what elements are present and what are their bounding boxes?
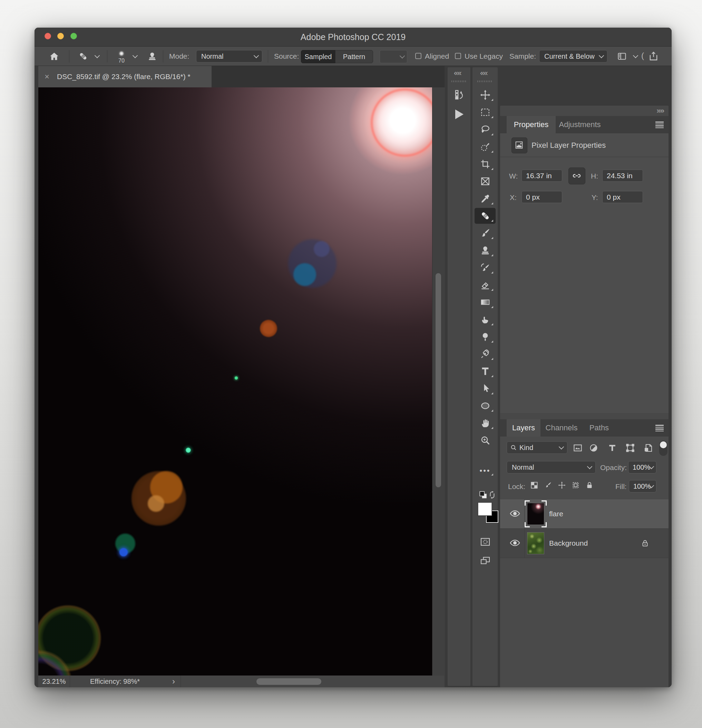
collapse-dock-left-icon[interactable]: «« [454,69,461,78]
close-tab-icon[interactable]: × [45,66,49,87]
quick-mask-mode-button[interactable] [479,536,491,547]
collapse-toolbar-icon[interactable]: «« [480,69,487,78]
edit-toolbar-ellipsis[interactable]: ••• [474,464,496,478]
quick-selection-tool[interactable] [474,139,496,155]
home-icon[interactable] [49,51,59,62]
blend-mode-select[interactable]: Normal [507,461,596,474]
hand-tool[interactable] [474,415,496,431]
properties-panel: Properties Adjustments Pixel Layer Prope… [500,116,669,413]
gradient-tool[interactable] [474,294,496,310]
opacity-field[interactable]: 100% [628,461,656,474]
filtering-toggle-switch[interactable] [659,441,667,456]
layer-row-background[interactable]: Background [500,529,669,558]
document-tab[interactable]: × DSC_8592.tif @ 23.2% (flare, RGB/16*) … [38,66,212,87]
link-dimensions-button[interactable] [568,168,585,185]
zoom-tool[interactable] [474,432,496,448]
history-brush-tool[interactable] [474,260,496,276]
filter-shape-layers-icon[interactable] [625,443,636,453]
lock-artboard-icon[interactable] [571,481,580,490]
move-tool[interactable] [474,87,496,103]
aligned-checkbox[interactable] [415,53,421,59]
foreground-color-swatch[interactable] [478,503,492,516]
tab-paths[interactable]: Paths [582,419,616,436]
lock-transparent-pixels-icon[interactable] [530,481,539,490]
efficiency-text: Efficiency: 98%* [70,676,160,687]
visibility-eye-icon[interactable] [509,509,520,518]
dock-grip[interactable] [451,81,467,82]
path-selection-tool[interactable] [474,381,496,396]
layer-filter-kind-select[interactable]: Kind [507,441,567,454]
canvas-image[interactable] [38,87,432,676]
actions-panel-play-icon[interactable] [455,110,464,119]
lasso-tool[interactable] [474,121,496,137]
workspace-chevron-icon[interactable] [633,53,639,58]
filter-smart-objects-icon[interactable] [643,443,653,453]
healing-brush-tool-preset-icon[interactable] [78,51,88,62]
type-tool[interactable] [474,363,496,379]
layer-row-flare[interactable]: flare [500,499,669,529]
lock-image-pixels-icon[interactable] [543,481,552,490]
source-pattern-button[interactable]: Pattern [335,50,373,63]
aligned-label: Aligned [425,47,449,66]
y-position-field[interactable] [602,191,643,203]
tab-properties[interactable]: Properties [507,116,556,133]
spot-healing-brush-tool[interactable] [474,208,496,224]
visibility-eye-icon[interactable] [509,539,520,547]
share-icon[interactable] [648,51,659,62]
tab-channels[interactable]: Channels [541,419,582,436]
frame-tool[interactable] [474,173,496,189]
filter-adjustment-layers-icon[interactable] [588,443,599,453]
default-colors-icon[interactable] [479,490,488,499]
zoom-percent-field[interactable]: 23.21% [38,676,70,687]
pen-tool[interactable] [474,346,496,362]
width-field[interactable] [522,170,562,182]
fill-field[interactable]: 100% [629,480,656,493]
vertical-scrollbar[interactable] [435,273,441,487]
tab-adjustments[interactable]: Adjustments [556,116,604,133]
layer-thumbnail-background[interactable] [526,532,545,555]
ellipse-shape-tool[interactable] [474,398,496,414]
height-field[interactable] [602,170,643,182]
horizontal-scrollbar[interactable] [257,678,321,685]
clone-stamp-tool[interactable] [474,243,496,258]
smudge-tool[interactable] [474,312,496,327]
crop-tool[interactable] [474,156,496,172]
options-bar: 70 Mode: Normal Source: Sampled Pattern … [35,47,672,66]
screen-mode-button[interactable] [479,555,491,566]
history-panel-icon[interactable] [453,89,465,101]
lock-all-icon[interactable] [585,481,594,490]
tool-preset-chevron-icon[interactable] [95,53,100,58]
expand-dock-icon[interactable]: »» [657,106,664,116]
properties-menu-icon[interactable] [655,121,664,128]
filter-type-layers-icon[interactable] [607,443,617,453]
clone-source-panel-icon[interactable] [147,51,157,62]
brush-preset-preview-icon[interactable] [116,48,127,59]
swap-colors-icon[interactable] [488,490,497,499]
lock-position-icon[interactable] [557,481,567,490]
use-legacy-checkbox[interactable] [455,53,461,59]
bokeh-tan-small [148,495,164,512]
toolbar-grip[interactable] [477,81,493,82]
layers-menu-icon[interactable] [655,425,664,431]
sample-select[interactable]: Current & Below [539,50,607,62]
tab-layers[interactable]: Layers [507,419,541,436]
mode-select[interactable]: Normal [196,50,262,62]
eyedropper-tool[interactable] [474,191,496,207]
layer-name: flare [549,499,563,529]
rectangular-marquee-tool[interactable] [474,104,496,120]
x-position-field[interactable] [522,191,562,203]
pattern-picker-well[interactable] [380,50,407,63]
status-chevron-icon[interactable]: › [172,676,175,687]
brush-tool[interactable] [474,225,496,241]
layer-lock-icon [641,539,650,548]
status-info-box[interactable]: Efficiency: 98%* › [70,676,181,687]
brush-picker-chevron-icon[interactable] [133,53,138,58]
filter-pixel-layers-icon[interactable] [572,443,583,453]
brush-size-value: 70 [116,58,127,64]
layer-thumbnail-flare[interactable] [526,502,545,526]
dodge-tool[interactable] [474,329,496,345]
source-sampled-button[interactable]: Sampled [301,50,336,63]
toggle-panels-icon[interactable] [617,52,627,61]
layer-name: Background [549,529,588,558]
eraser-tool[interactable] [474,277,496,293]
